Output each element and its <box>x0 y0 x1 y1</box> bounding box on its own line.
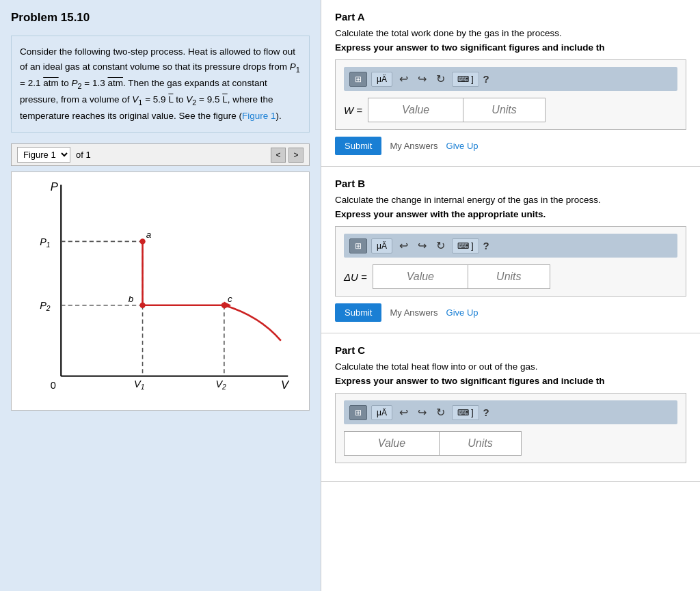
part-a-submit-button[interactable]: Submit <box>335 137 381 155</box>
svg-text:a: a <box>146 230 152 240</box>
part-a-submit-row: Submit My Answers Give Up <box>335 137 686 155</box>
svg-text:V2: V2 <box>215 379 226 391</box>
part-b-redo-btn[interactable]: ↪ <box>415 238 429 253</box>
part-a-keyboard-btn[interactable]: ⌨ ] <box>452 72 479 87</box>
figure-select[interactable]: Figure 1 <box>17 147 70 163</box>
part-c-refresh-btn[interactable]: ↻ <box>433 404 448 420</box>
part-a-refresh-btn[interactable]: ↻ <box>433 71 448 87</box>
part-a-title: Part A <box>335 11 686 23</box>
svg-text:P2: P2 <box>40 300 51 312</box>
part-c-title: Part C <box>335 344 686 356</box>
part-a-help-btn[interactable]: ? <box>483 73 489 85</box>
svg-text:P: P <box>51 180 58 193</box>
svg-text:V1: V1 <box>134 379 144 391</box>
svg-point-20 <box>221 303 227 308</box>
part-b-input-row: ΔU = <box>344 264 677 289</box>
figure-prev-button[interactable]: < <box>271 148 286 163</box>
figure-link[interactable]: Figure 1 <box>242 111 276 121</box>
part-b-title: Part B <box>335 178 686 189</box>
figure-of-label: of 1 <box>76 150 91 160</box>
part-a-mu-btn[interactable]: μÄ <box>371 72 392 87</box>
part-a-section: Part A Calculate the total work done by … <box>321 0 700 167</box>
part-c-input-row <box>344 431 677 456</box>
part-b-give-up[interactable]: Give Up <box>446 307 479 318</box>
svg-text:V: V <box>281 379 290 391</box>
part-c-value-input[interactable] <box>344 431 440 456</box>
graph-svg: P V 0 P1 P2 V1 V2 <box>17 178 304 404</box>
part-b-grid-btn[interactable]: ⊞ <box>349 238 367 253</box>
part-c-help-btn[interactable]: ? <box>483 407 489 418</box>
part-a-undo-btn[interactable]: ↩ <box>396 71 411 87</box>
part-a-grid-btn[interactable]: ⊞ <box>349 72 367 87</box>
svg-text:c: c <box>228 294 232 304</box>
svg-point-16 <box>139 238 145 244</box>
part-c-units-input[interactable] <box>440 431 522 456</box>
part-b-toolbar: ⊞ μÄ ↩ ↪ ↻ ⌨ ] ? <box>344 234 677 258</box>
part-c-answer-box: ⊞ μÄ ↩ ↪ ↻ ⌨ ] ? <box>335 393 686 463</box>
part-b-instruction: Express your answer with the appropriate… <box>335 209 686 219</box>
part-a-value-input[interactable] <box>368 98 463 122</box>
part-a-my-answers[interactable]: My Answers <box>390 141 438 151</box>
part-b-section: Part B Calculate the change in internal … <box>321 167 700 333</box>
figure-nav: Figure 1 of 1 < > <box>11 143 310 166</box>
part-b-keyboard-btn[interactable]: ⌨ ] <box>452 238 479 253</box>
svg-text:0: 0 <box>51 380 56 391</box>
part-c-redo-btn[interactable]: ↪ <box>415 404 429 420</box>
part-b-refresh-btn[interactable]: ↻ <box>433 238 448 253</box>
part-b-my-answers[interactable]: My Answers <box>390 307 438 318</box>
part-b-label: ΔU = <box>344 271 367 283</box>
svg-text:b: b <box>129 294 134 304</box>
part-a-give-up[interactable]: Give Up <box>446 141 479 151</box>
part-b-undo-btn[interactable]: ↩ <box>396 238 411 253</box>
right-panel: Part A Calculate the total work done by … <box>321 0 700 591</box>
part-c-grid-btn[interactable]: ⊞ <box>349 405 367 420</box>
part-c-toolbar: ⊞ μÄ ↩ ↪ ↻ ⌨ ] ? <box>344 400 677 424</box>
part-a-units-input[interactable] <box>463 98 546 122</box>
part-b-mu-btn[interactable]: μÄ <box>371 238 392 253</box>
part-b-help-btn[interactable]: ? <box>483 240 489 251</box>
part-c-instruction: Express your answer to two significant f… <box>335 376 686 386</box>
graph-container: P V 0 P1 P2 V1 V2 <box>11 171 310 411</box>
part-b-question: Calculate the change in internal energy … <box>335 195 686 205</box>
part-b-submit-button[interactable]: Submit <box>335 303 381 322</box>
part-c-question: Calculate the total heat flow into or ou… <box>335 361 686 372</box>
part-b-submit-row: Submit My Answers Give Up <box>335 303 686 322</box>
left-panel: Problem 15.10 Consider the following two… <box>0 0 321 591</box>
part-c-keyboard-btn[interactable]: ⌨ ] <box>452 405 479 420</box>
part-a-question: Calculate the total work done by the gas… <box>335 28 686 38</box>
part-c-undo-btn[interactable]: ↩ <box>396 404 411 420</box>
part-a-instruction: Express your answer to two significant f… <box>335 42 686 53</box>
part-c-section: Part C Calculate the total heat flow int… <box>321 333 700 482</box>
part-a-redo-btn[interactable]: ↪ <box>415 71 429 87</box>
svg-point-18 <box>139 303 145 308</box>
part-a-label: W = <box>344 105 362 116</box>
part-b-units-input[interactable] <box>468 264 550 289</box>
part-a-toolbar: ⊞ μÄ ↩ ↪ ↻ ⌨ ] ? <box>344 67 677 91</box>
problem-text: Consider the following two-step process.… <box>11 36 310 133</box>
part-c-mu-btn[interactable]: μÄ <box>371 405 392 420</box>
part-b-answer-box: ⊞ μÄ ↩ ↪ ↻ ⌨ ] ? ΔU = <box>335 226 686 297</box>
problem-title: Problem 15.10 <box>11 11 310 25</box>
part-a-answer-box: ⊞ μÄ ↩ ↪ ↻ ⌨ ] ? W = <box>335 59 686 130</box>
svg-text:P1: P1 <box>40 236 50 249</box>
figure-next-button[interactable]: > <box>288 148 304 163</box>
part-b-value-input[interactable] <box>373 264 468 289</box>
part-a-input-row: W = <box>344 98 677 122</box>
